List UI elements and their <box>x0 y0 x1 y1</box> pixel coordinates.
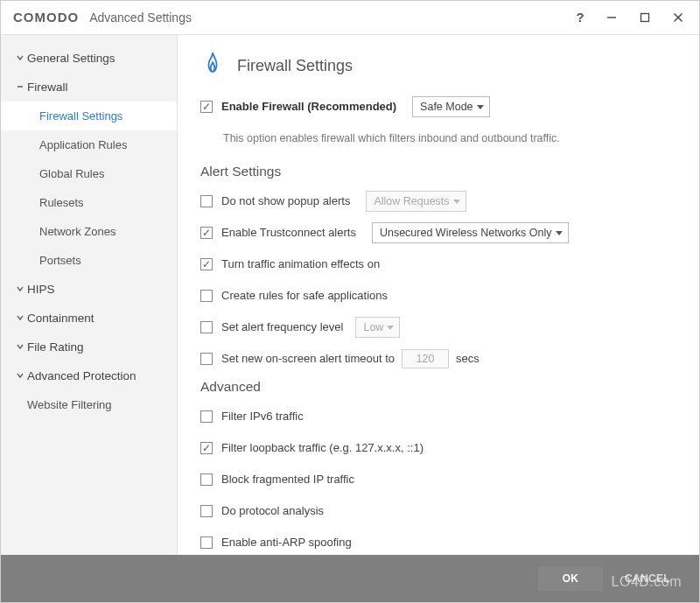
enable-firewall-description: This option enables firewall which filte… <box>200 125 676 151</box>
sidebar-item-label: Advanced Protection <box>27 369 136 382</box>
row-no-popup: Do not show popup alerts Allow Requests <box>200 188 676 214</box>
sidebar-item-firewall-settings[interactable]: Firewall Settings <box>1 102 177 130</box>
trustconnect-checkbox[interactable] <box>200 227 213 239</box>
chevron-down-icon <box>13 372 27 379</box>
firewall-mode-dropdown[interactable]: Safe Mode <box>412 96 489 117</box>
no-popup-dropdown: Allow Requests <box>366 191 466 212</box>
frag-label[interactable]: Block fragmented IP traffic <box>221 473 354 486</box>
window-title: Advanced Settings <box>89 11 192 25</box>
alert-freq-dropdown: Low <box>355 317 400 338</box>
row-frag: Block fragmented IP traffic <box>200 466 676 493</box>
row-loopback: Filter loopback traffic (e.g. 127.x.x.x,… <box>200 435 676 461</box>
content-pane: Firewall Settings Enable Firewall (Recom… <box>178 35 699 556</box>
alert-timeout-unit: secs <box>456 352 480 365</box>
row-protocol: Do protocol analysis <box>200 498 676 524</box>
animation-checkbox[interactable] <box>200 258 213 270</box>
maximize-button[interactable] <box>631 5 659 30</box>
create-rules-label[interactable]: Create rules for safe applications <box>221 289 388 302</box>
loopback-checkbox[interactable] <box>200 442 213 454</box>
ipv6-checkbox[interactable] <box>200 410 213 423</box>
row-ipv6: Filter IPv6 traffic <box>200 403 676 430</box>
sidebar-item-firewall[interactable]: Firewall <box>1 73 177 102</box>
footer: OK CANCEL <box>1 555 699 602</box>
create-rules-checkbox[interactable] <box>200 290 213 302</box>
chevron-down-icon <box>13 54 27 61</box>
sidebar-item-general-settings[interactable]: General Settings <box>1 44 177 73</box>
sidebar-item-website-filtering[interactable]: Website Filtering <box>1 390 177 419</box>
arp-checkbox[interactable] <box>200 536 213 549</box>
row-trustconnect: Enable Trustconnect alerts Unsecured Wir… <box>200 220 676 246</box>
protocol-checkbox[interactable] <box>200 505 213 517</box>
window: COMODO Advanced Settings ? General Setti… <box>0 0 700 603</box>
minimize-button[interactable] <box>598 5 626 30</box>
row-alert-freq: Set alert frequency level Low <box>200 314 676 340</box>
arp-label[interactable]: Enable anti-ARP spoofing <box>221 536 352 549</box>
help-button[interactable]: ? <box>568 10 592 25</box>
alert-timeout-checkbox[interactable] <box>200 353 213 365</box>
minus-icon <box>13 83 27 90</box>
sidebar-item-application-rules[interactable]: Application Rules <box>1 130 177 159</box>
no-popup-checkbox[interactable] <box>200 195 213 207</box>
row-enable-firewall: Enable Firewall (Recommended) Safe Mode <box>200 94 676 120</box>
sidebar-item-network-zones[interactable]: Network Zones <box>1 217 177 246</box>
sidebar-item-rulesets[interactable]: Rulesets <box>1 188 177 217</box>
ipv6-label[interactable]: Filter IPv6 traffic <box>221 410 304 423</box>
no-popup-label[interactable]: Do not show popup alerts <box>221 194 350 207</box>
animation-label[interactable]: Turn traffic animation effects on <box>221 257 380 270</box>
protocol-label[interactable]: Do protocol analysis <box>221 504 324 517</box>
sidebar-item-label: Containment <box>27 312 94 325</box>
sidebar-item-label: Firewall <box>27 81 68 94</box>
alert-timeout-input <box>402 349 449 368</box>
sidebar-item-advanced-protection[interactable]: Advanced Protection <box>1 361 177 390</box>
body: General Settings Firewall Firewall Setti… <box>1 35 699 556</box>
close-button[interactable] <box>664 5 692 30</box>
titlebar: COMODO Advanced Settings ? <box>1 1 699 35</box>
enable-firewall-label[interactable]: Enable Firewall (Recommended) <box>221 100 396 113</box>
trustconnect-label[interactable]: Enable Trustconnect alerts <box>221 226 356 239</box>
chevron-down-icon <box>13 285 27 292</box>
sidebar-item-file-rating[interactable]: File Rating <box>1 333 177 361</box>
sidebar-item-portsets[interactable]: Portsets <box>1 246 177 275</box>
sidebar: General Settings Firewall Firewall Setti… <box>1 35 178 556</box>
flame-icon <box>200 51 225 81</box>
advanced-header: Advanced <box>200 379 676 395</box>
svg-rect-1 <box>641 13 649 21</box>
chevron-down-icon <box>13 343 27 350</box>
page-header: Firewall Settings <box>200 51 676 81</box>
sidebar-item-global-rules[interactable]: Global Rules <box>1 159 177 188</box>
sidebar-item-label: HIPS <box>27 283 55 296</box>
page-title: Firewall Settings <box>237 57 353 75</box>
ok-button[interactable]: OK <box>538 566 603 591</box>
brand-logo: COMODO <box>13 10 79 25</box>
sidebar-item-containment[interactable]: Containment <box>1 304 177 333</box>
row-alert-timeout: Set new on-screen alert timeout to secs <box>200 346 676 372</box>
alert-settings-header: Alert Settings <box>200 164 676 179</box>
cancel-button[interactable]: CANCEL <box>615 566 680 591</box>
trustconnect-dropdown[interactable]: Unsecured Wireless Networks Only <box>372 222 569 243</box>
chevron-down-icon <box>13 314 27 321</box>
alert-freq-label[interactable]: Set alert frequency level <box>221 320 343 333</box>
row-animation: Turn traffic animation effects on <box>200 251 676 277</box>
sidebar-item-hips[interactable]: HIPS <box>1 275 177 304</box>
sidebar-item-label: General Settings <box>27 52 116 65</box>
alert-timeout-label[interactable]: Set new on-screen alert timeout to <box>221 352 395 365</box>
loopback-label[interactable]: Filter loopback traffic (e.g. 127.x.x.x,… <box>221 441 424 454</box>
row-create-rules: Create rules for safe applications <box>200 283 676 309</box>
window-controls: ? <box>568 5 692 30</box>
frag-checkbox[interactable] <box>200 473 213 486</box>
alert-freq-checkbox[interactable] <box>200 321 213 333</box>
sidebar-item-label: File Rating <box>27 340 84 354</box>
row-arp: Enable anti-ARP spoofing <box>200 529 676 556</box>
enable-firewall-checkbox[interactable] <box>200 101 213 113</box>
